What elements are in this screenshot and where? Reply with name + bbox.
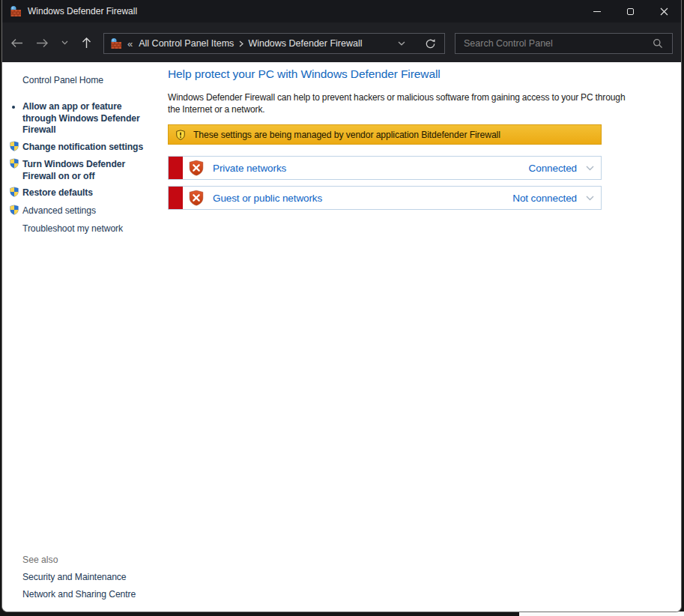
guest-public-networks-expander[interactable]: Guest or public networks Not connected	[168, 186, 602, 210]
vendor-warning-banner: These settings are being managed by vend…	[168, 124, 602, 145]
chevron-down-icon	[61, 40, 68, 45]
title-bar: Windows Defender Firewall	[2, 0, 681, 22]
network-status: Connected	[529, 163, 577, 174]
chevron-down-icon	[586, 166, 594, 171]
selected-bullet-icon	[12, 106, 15, 109]
refresh-button[interactable]	[425, 38, 436, 49]
vendor-warning-text: These settings are being managed by vend…	[193, 130, 500, 140]
network-label: Private networks	[213, 163, 286, 174]
network-status: Not connected	[512, 193, 577, 204]
uac-shield-icon	[9, 205, 19, 215]
address-dropdown-button[interactable]	[398, 41, 405, 46]
address-bar[interactable]: « All Control Panel Items Windows Defend…	[103, 33, 445, 54]
search-input[interactable]: Search Control Panel	[464, 38, 653, 49]
link-security-and-maintenance[interactable]: Security and Maintenance	[22, 572, 127, 582]
window-controls	[580, 0, 681, 22]
see-also-header: See also	[22, 555, 58, 565]
page-description: Windows Defender Firewall can help to pr…	[168, 91, 634, 115]
breadcrumb-item-all-control-panel-items[interactable]: All Control Panel Items	[139, 38, 234, 49]
maximize-button[interactable]	[614, 0, 647, 22]
alert-red-bar	[169, 157, 183, 179]
app-window: Windows Defender Firewall	[1, 0, 682, 612]
chevron-down-icon	[586, 196, 594, 201]
refresh-icon	[425, 38, 436, 49]
back-icon	[10, 38, 23, 48]
sidebar-item-troubleshoot-network[interactable]: Troubleshoot my network	[22, 223, 151, 235]
sidebar-item-turn-firewall-on-off[interactable]: Turn Windows Defender Firewall on or off	[22, 159, 151, 182]
forward-button[interactable]	[31, 32, 53, 53]
network-label: Guest or public networks	[213, 193, 322, 204]
uac-shield-icon	[9, 141, 19, 151]
page-title: Help protect your PC with Windows Defend…	[168, 67, 441, 81]
back-button[interactable]	[5, 32, 28, 53]
error-shield-icon	[188, 160, 205, 176]
link-network-and-sharing-centre[interactable]: Network and Sharing Centre	[22, 589, 136, 600]
firewall-icon	[110, 37, 122, 49]
warning-badge-icon	[175, 130, 186, 140]
maximize-icon	[627, 8, 634, 15]
breadcrumb-item-windows-defender-firewall[interactable]: Windows Defender Firewall	[248, 38, 362, 49]
sidebar-item-change-notification-settings[interactable]: Change notification settings	[22, 142, 151, 154]
chevron-right-icon	[239, 40, 243, 47]
window-title: Windows Defender Firewall	[28, 6, 137, 16]
close-icon	[660, 7, 668, 16]
sidebar-item-restore-defaults[interactable]: Restore defaults	[22, 187, 151, 199]
uac-shield-icon	[9, 187, 19, 197]
minimize-icon	[593, 11, 601, 12]
error-shield-icon	[188, 190, 205, 206]
recent-pages-button[interactable]	[56, 32, 73, 53]
up-icon	[82, 37, 91, 49]
up-button[interactable]	[76, 32, 97, 53]
search-box[interactable]: Search Control Panel	[455, 33, 673, 54]
private-networks-expander[interactable]: Private networks Connected	[168, 156, 602, 180]
sidebar-item-advanced-settings[interactable]: Advanced settings	[22, 205, 151, 217]
firewall-icon	[10, 5, 22, 17]
uac-shield-icon	[9, 158, 19, 169]
forward-icon	[36, 38, 49, 48]
breadcrumb-overflow-icon[interactable]: «	[127, 38, 133, 49]
navigation-bar: « All Control Panel Items Windows Defend…	[2, 22, 681, 62]
minimize-button[interactable]	[580, 0, 614, 22]
alert-red-bar	[169, 187, 183, 209]
content-area: Control Panel Home Allow an app or featu…	[2, 62, 681, 612]
search-icon[interactable]	[653, 38, 663, 49]
chevron-down-icon	[398, 41, 405, 46]
sidebar-item-allow-app[interactable]: Allow an app or feature through Windows …	[22, 101, 151, 136]
close-button[interactable]	[647, 0, 681, 22]
sidebar-item-control-panel-home[interactable]: Control Panel Home	[22, 75, 151, 87]
